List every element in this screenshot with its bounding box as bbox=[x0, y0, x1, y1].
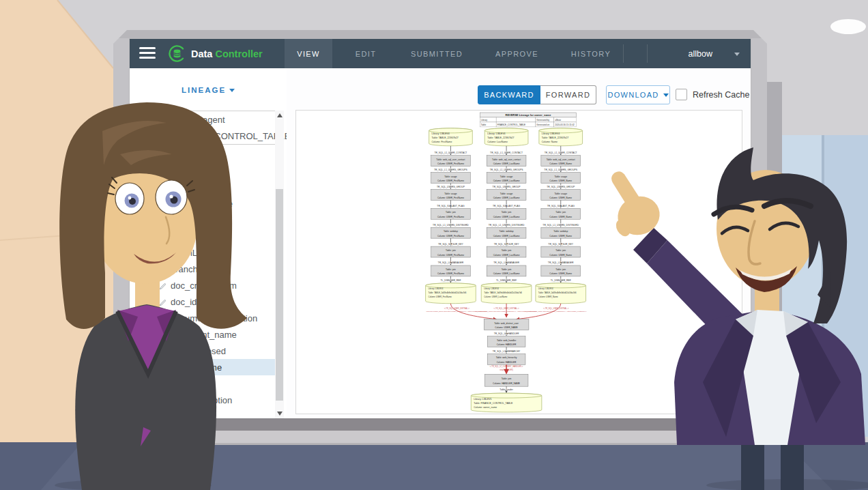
sidebar-item-label: branch bbox=[171, 166, 198, 176]
svg-text:Library: LIBLEV5: Library: LIBLEV5 bbox=[474, 398, 491, 401]
svg-text:Library: LIBLEV4: Library: LIBLEV4 bbox=[484, 287, 499, 290]
scroll-down-icon[interactable] bbox=[277, 412, 283, 416]
sidebar: LINEAGE CLAIM_agentFINANCE_CONTROL_TABLE… bbox=[130, 68, 287, 418]
username: allbow bbox=[689, 49, 712, 59]
svg-text:Column: USER_LastName: Column: USER_LastName bbox=[493, 235, 520, 237]
sidebar-item-document_name[interactable]: document_name bbox=[130, 326, 275, 343]
sidebar-item-teamleader[interactable]: TeamLeader bbox=[130, 244, 275, 261]
sidebar-item-label: org_name bbox=[171, 215, 211, 225]
svg-text:Column: USER_FirstName: Column: USER_FirstName bbox=[437, 254, 464, 257]
sidebar-divider bbox=[130, 144, 275, 162]
svg-text:Column: owner_name: Column: owner_name bbox=[474, 406, 497, 409]
tab-view[interactable]: VIEW bbox=[285, 39, 332, 68]
svg-text:Library: LIBLEV4: Library: LIBLEV4 bbox=[487, 132, 505, 135]
column-icon bbox=[159, 167, 167, 175]
svg-text:TR_SQL_USERS_GROUP: TR_SQL_USERS_GROUP bbox=[493, 186, 521, 188]
svg-text:TR_SQL_L1_USERS_GROUPS: TR_SQL_L1_USERS_GROUPS bbox=[490, 169, 524, 171]
svg-text:Table: web_sql_user_contact: Table: web_sql_user_contact bbox=[436, 158, 465, 161]
svg-text:Table: web_hierarchy: Table: web_hierarchy bbox=[496, 356, 517, 359]
sidebar-item-manager_name[interactable]: manager_name bbox=[130, 195, 275, 212]
app-logo[interactable]: Data Controller bbox=[168, 39, 263, 68]
sidebar-item-risk_description[interactable]: risk_description bbox=[130, 392, 275, 408]
svg-text:Column: USER_Name: Column: USER_Name bbox=[549, 179, 572, 182]
svg-text:Table: join: Table: join bbox=[502, 249, 512, 252]
svg-text:Column: USER_LastName: Column: USER_LastName bbox=[493, 272, 520, 275]
ceiling-light bbox=[830, 19, 866, 34]
sidebar-item-claim_agent[interactable]: CLAIM_agent bbox=[130, 111, 275, 128]
lineage-dropdown[interactable]: LINEAGE bbox=[130, 86, 287, 94]
svg-text:Table: web_handler: Table: web_handler bbox=[497, 339, 517, 342]
sidebar-item-branch[interactable]: branch bbox=[130, 162, 275, 179]
svg-text:TR_SQL_S1_LAST_FLAG: TR_SQL_S1_LAST_FLAG bbox=[493, 205, 521, 207]
chevron-down-icon bbox=[229, 89, 235, 92]
forward-button[interactable]: FORWARD bbox=[540, 85, 596, 104]
svg-text:Column: USER_Name: Column: USER_Name bbox=[549, 254, 572, 257]
sidebar-item-director_name[interactable]: director_name bbox=[130, 179, 275, 195]
scroll-up-icon[interactable] bbox=[277, 113, 283, 117]
main-content: BACKWARD FORWARD DOWNLOAD Refresh Cache … bbox=[287, 68, 751, 418]
svg-text:Column: USER_LastName: Column: USER_LastName bbox=[493, 162, 520, 165]
svg-text:Generated on: Generated on bbox=[536, 124, 549, 126]
nav-divider bbox=[623, 44, 624, 63]
svg-text:Column: USER_FirstName: Column: USER_FirstName bbox=[437, 197, 464, 199]
hamburger-menu-icon[interactable] bbox=[139, 47, 156, 60]
svg-text:Column: USER_LastName: Column: USER_LastName bbox=[493, 179, 520, 182]
refresh-cache-label: Refresh Cache bbox=[693, 90, 749, 100]
tab-history[interactable]: HISTORY bbox=[560, 39, 622, 68]
brand-word-2: Controller bbox=[215, 48, 262, 59]
user-menu[interactable]: allbow bbox=[689, 39, 712, 68]
svg-text:Table Loader: Table Loader bbox=[500, 388, 513, 391]
svg-text:Column: USER_FirstName: Column: USER_FirstName bbox=[437, 216, 464, 218]
scrollbar-thumb[interactable] bbox=[276, 189, 283, 401]
svg-text:Column: USER_Name: Column: USER_Name bbox=[538, 296, 558, 298]
svg-text:Column: USER_Name: Column: USER_Name bbox=[549, 272, 572, 275]
sidebar-item-org_name[interactable]: org_name bbox=[130, 212, 275, 228]
svg-text:Column: USER_FirstName: Column: USER_FirstName bbox=[437, 235, 464, 237]
backward-button[interactable]: BACKWARD bbox=[478, 85, 540, 104]
svg-text:Library: LIBLEV4: Library: LIBLEV4 bbox=[432, 132, 450, 135]
tab-approve[interactable]: APPROVE bbox=[474, 39, 560, 68]
sidebar-item-label: document_name bbox=[171, 330, 237, 340]
svg-text:Table: join: Table: join bbox=[502, 211, 512, 214]
sidebar-item-branch_cd[interactable]: branch_cd bbox=[130, 261, 275, 277]
lineage-diagram-panel: REVERSE Lineage for owner_nameLibraryGen… bbox=[295, 110, 742, 414]
svg-text:Column: USER_LastName: Column: USER_LastName bbox=[493, 254, 520, 257]
sidebar-item-doc_id[interactable]: doc_id bbox=[130, 293, 275, 310]
refresh-cache-checkbox[interactable] bbox=[676, 89, 687, 100]
lineage-diagram: REVERSE Lineage for owner_nameLibraryGen… bbox=[296, 111, 742, 414]
svg-text:Column: USER_Name: Column: USER_Name bbox=[549, 235, 572, 237]
svg-text:Table: join: Table: join bbox=[502, 268, 512, 271]
svg-text:TR_SQL_L1_USER_CONTACT: TR_SQL_L1_USER_CONTACT bbox=[434, 152, 467, 154]
sidebar-item-finance_control_table[interactable]: FINANCE_CONTROL_TABLE bbox=[130, 128, 275, 144]
sidebar-item-team[interactable]: TEAM bbox=[130, 228, 275, 244]
side-wall bbox=[0, 0, 113, 442]
sidebar-item-month_closed[interactable]: month_closed bbox=[130, 343, 275, 359]
sidebar-item-label: month_closed bbox=[171, 346, 226, 356]
svg-text:Table: join: Table: join bbox=[555, 249, 566, 252]
svg-text:TR_SQL_L1_USERS_DISTINGRD: TR_SQL_L1_USERS_DISTINGRD bbox=[433, 224, 469, 227]
svg-text:Table: usage: Table: usage bbox=[500, 175, 513, 178]
svg-text:Table: TABLE_5d09e4b8e0b0d42a5: Table: TABLE_5d09e4b8e0b0d42a53da7d6 bbox=[429, 291, 467, 294]
svg-text:TR_SQL_S1_LAST_FLAG: TR_SQL_S1_LAST_FLAG bbox=[437, 205, 465, 207]
tab-edit[interactable]: EDIT bbox=[332, 39, 399, 68]
sidebar-item-label: manager_name bbox=[171, 199, 233, 209]
column-icon bbox=[159, 249, 167, 257]
stage: Data Controller VIEWEDITSUBMITTEDAPPROVE… bbox=[0, 0, 868, 490]
brand-word-1: Data bbox=[191, 48, 212, 59]
svg-text:Table: join: Table: join bbox=[446, 268, 456, 271]
sidebar-item-label: TEAM bbox=[171, 231, 195, 242]
svg-text:Library: Library bbox=[481, 119, 488, 121]
svg-text:Column: HANDLER_NAME: Column: HANDLER_NAME bbox=[493, 382, 521, 385]
svg-text:<-TR_SQL_USER_DISTNAL->: <-TR_SQL_USER_DISTNAL-> bbox=[444, 307, 469, 310]
sidebar-item-owner_name[interactable]: owner_name bbox=[130, 359, 275, 375]
svg-text:TR_SQL_L1_USER_CONTACT: TR_SQL_L1_USER_CONTACT bbox=[545, 152, 577, 154]
chevron-down-icon[interactable] bbox=[734, 53, 740, 56]
sidebar-item-doc_create_dttm[interactable]: doc_create_dttm bbox=[130, 277, 275, 293]
sidebar-item-policy_cd[interactable]: policy_cd bbox=[130, 375, 275, 392]
sidebar-scrollbar[interactable] bbox=[275, 111, 284, 418]
sidebar-item-document_description[interactable]: document_description bbox=[130, 310, 275, 326]
svg-text:Column: USER_FirstName: Column: USER_FirstName bbox=[429, 296, 452, 298]
tab-submitted[interactable]: SUBMITTED bbox=[399, 39, 474, 68]
download-button[interactable]: DOWNLOAD bbox=[606, 85, 670, 104]
chevron-down-icon bbox=[663, 93, 669, 97]
